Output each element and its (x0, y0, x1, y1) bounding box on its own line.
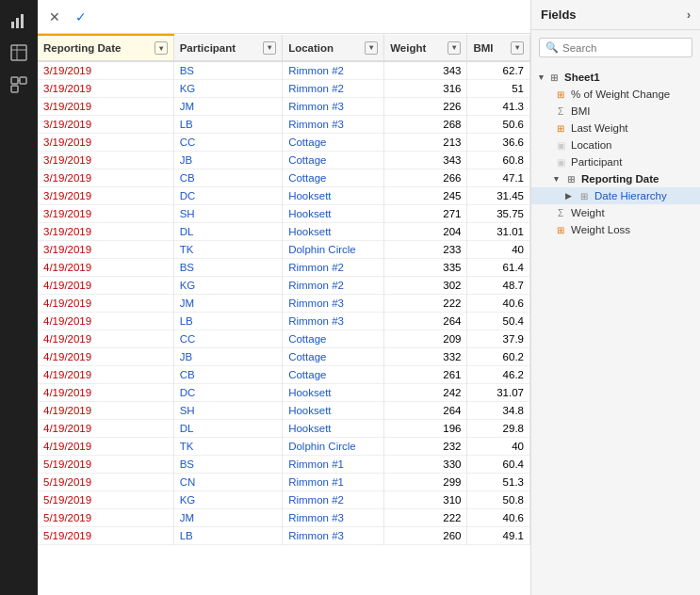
reporting-date-expand: ▾ (554, 174, 559, 184)
cell-weight: 316 (384, 80, 467, 98)
cell-location: Rimmon #3 (283, 116, 384, 134)
cell-bmi: 41.3 (467, 98, 530, 116)
table-row: 3/19/2019LBRimmon #326850.6 (38, 116, 530, 134)
expand-icon[interactable]: › (687, 8, 691, 22)
cell-location: Rimmon #3 (283, 527, 384, 545)
weight-loss-label: Weight Loss (571, 224, 630, 235)
cell-bmi: 51.3 (467, 474, 530, 491)
svg-rect-0 (11, 22, 14, 28)
cell-location: Hooksett (283, 420, 384, 438)
cell-participant: LB (173, 527, 282, 545)
cell-bmi: 50.8 (467, 491, 530, 509)
filter-icon-location[interactable]: ▾ (365, 41, 378, 55)
bmi-label: BMI (571, 105, 590, 117)
field-weight-loss[interactable]: ⊞ Weight Loss (531, 221, 700, 238)
filter-icon-weight[interactable]: ▾ (448, 41, 461, 55)
fields-tree: ▾ ⊞ Sheet1 ⊞ % of Weight Change Σ BMI ⊞ … (531, 65, 700, 595)
col-header-weight[interactable]: Weight ▾ (384, 35, 467, 61)
cell-bmi: 35.75 (467, 205, 530, 223)
col-header-date[interactable]: Reporting Date ▾ (38, 35, 173, 61)
fields-header: Fields › (531, 0, 700, 30)
col-header-participant[interactable]: Participant ▾ (173, 35, 282, 61)
cell-bmi: 40.6 (467, 295, 530, 313)
cell-date: 5/19/2019 (38, 456, 173, 474)
confirm-button[interactable]: ✓ (72, 8, 90, 26)
filter-icon-bmi[interactable]: ▾ (511, 41, 524, 55)
field-participant[interactable]: ▣ Participant (531, 153, 700, 170)
participant-label: Participant (571, 156, 622, 168)
table-header-row: Reporting Date ▾ Participant ▾ Location (38, 35, 530, 61)
field-pct-weight[interactable]: ⊞ % of Weight Change (531, 86, 700, 103)
cell-location: Rimmon #2 (283, 277, 384, 295)
cell-bmi: 34.8 (467, 402, 530, 420)
cell-location: Rimmon #3 (283, 509, 384, 527)
cell-date: 4/19/2019 (38, 330, 173, 348)
cell-weight: 299 (384, 474, 467, 491)
col-header-bmi[interactable]: BMI ▾ (467, 35, 530, 61)
cell-participant: TK (173, 438, 282, 456)
fields-panel: Fields › 🔍 ▾ ⊞ Sheet1 ⊞ % of Weight Chan… (530, 0, 700, 595)
cell-bmi: 40.6 (467, 509, 530, 527)
cell-weight: 271 (384, 205, 467, 223)
filter-icon-participant[interactable]: ▾ (263, 41, 276, 55)
table-container[interactable]: Reporting Date ▾ Participant ▾ Location (38, 34, 530, 595)
cell-participant: JM (173, 509, 282, 527)
cell-weight: 209 (384, 330, 467, 348)
cell-date: 5/19/2019 (38, 527, 173, 545)
cell-weight: 233 (384, 241, 467, 259)
sheet1-label: Sheet1 (564, 72, 600, 83)
table-row: 4/19/2019TKDolphin Circle23240 (38, 438, 530, 456)
cell-weight: 264 (384, 313, 467, 330)
sheet1-group[interactable]: ▾ ⊞ Sheet1 (531, 69, 700, 86)
cell-date: 4/19/2019 (38, 277, 173, 295)
cell-bmi: 37.9 (467, 330, 530, 348)
sidebar-table-icon[interactable] (6, 40, 32, 66)
main-area: ✕ ✓ Reporting Date ▾ Participant (38, 0, 530, 595)
data-table: Reporting Date ▾ Participant ▾ Location (38, 34, 530, 545)
field-weight[interactable]: Σ Weight (531, 204, 700, 221)
cell-location: Dolphin Circle (283, 438, 384, 456)
svg-rect-2 (21, 14, 24, 28)
cell-weight: 260 (384, 527, 467, 545)
cell-participant: LB (173, 313, 282, 330)
last-weight-label: Last Weight (571, 122, 628, 134)
field-bmi[interactable]: Σ BMI (531, 103, 700, 120)
col-header-location[interactable]: Location ▾ (283, 35, 384, 61)
cell-weight: 204 (384, 223, 467, 241)
cell-participant: DL (173, 420, 282, 438)
cell-weight: 264 (384, 402, 467, 420)
sidebar-model-icon[interactable] (6, 72, 32, 98)
cell-date: 3/19/2019 (38, 169, 173, 187)
cell-location: Hooksett (283, 223, 384, 241)
cell-location: Rimmon #3 (283, 98, 384, 116)
pct-weight-icon: ⊞ (554, 89, 567, 100)
cancel-button[interactable]: ✕ (45, 8, 64, 26)
cell-location: Cottage (283, 348, 384, 366)
field-location[interactable]: ▣ Location (531, 137, 700, 153)
filter-icon-date[interactable]: ▾ (155, 41, 168, 55)
fields-title: Fields (541, 8, 577, 22)
cell-date: 4/19/2019 (38, 348, 173, 366)
sheet1-arrow: ▾ (539, 72, 544, 82)
table-row: 4/19/2019BSRimmon #233561.4 (38, 259, 530, 277)
field-reporting-date[interactable]: ▾ ⊞ Reporting Date (531, 170, 700, 187)
table-row: 4/19/2019DCHooksett24231.07 (38, 384, 530, 402)
cell-date: 4/19/2019 (38, 402, 173, 420)
cell-location: Cottage (283, 134, 384, 152)
cell-location: Hooksett (283, 384, 384, 402)
cell-bmi: 61.4 (467, 259, 530, 277)
cell-bmi: 31.01 (467, 223, 530, 241)
cell-bmi: 40 (467, 438, 530, 456)
cell-bmi: 50.4 (467, 313, 530, 330)
cell-participant: BS (173, 61, 282, 80)
field-date-hierarchy[interactable]: ▶ ⊞ Date Hierarchy (531, 187, 700, 204)
search-box[interactable]: 🔍 (539, 38, 692, 57)
cell-bmi: 60.8 (467, 152, 530, 169)
weight-icon: Σ (554, 208, 567, 218)
search-input[interactable] (562, 42, 700, 54)
cell-location: Rimmon #2 (283, 80, 384, 98)
table-row: 3/19/2019SHHooksett27135.75 (38, 205, 530, 223)
field-last-weight[interactable]: ⊞ Last Weight (531, 120, 700, 137)
sidebar-report-icon[interactable] (6, 8, 32, 34)
cell-bmi: 36.6 (467, 134, 530, 152)
